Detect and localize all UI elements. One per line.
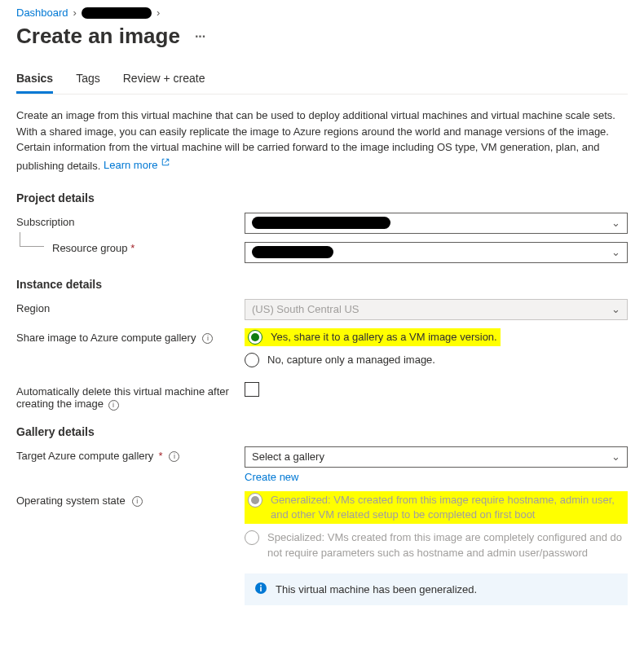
- target-gallery-label: Target Azure compute gallery: [16, 450, 153, 462]
- field-target-gallery: Target Azure compute gallery * i Select …: [16, 446, 628, 483]
- create-new-gallery-link[interactable]: Create new: [245, 471, 298, 483]
- radio-share-yes[interactable]: [248, 330, 262, 345]
- resource-group-value-redacted: [252, 246, 333, 258]
- info-icon: [254, 582, 267, 597]
- page-title-row: Create an image ···: [16, 24, 628, 49]
- required-indicator: *: [158, 450, 162, 462]
- radio-share-no-label: No, capture only a managed image.: [267, 353, 435, 367]
- section-instance-details: Instance details: [16, 278, 628, 291]
- info-banner-text: This virtual machine has been generalize…: [276, 583, 477, 595]
- subscription-value-redacted: [252, 217, 390, 229]
- share-gallery-label: Share image to Azure compute gallery: [16, 332, 196, 344]
- os-generalized-row: Generalized: VMs created from this image…: [245, 491, 628, 524]
- resource-group-label: Resource group: [52, 242, 128, 254]
- tree-connector-icon: [20, 232, 44, 247]
- radio-os-generalized-label: Generalized: VMs created from this image…: [271, 493, 624, 522]
- radio-share-no[interactable]: [245, 353, 259, 367]
- auto-delete-checkbox[interactable]: [245, 382, 259, 397]
- breadcrumb: Dashboard › ›: [16, 7, 628, 19]
- subscription-label: Subscription: [16, 213, 245, 228]
- region-value: (US) South Central US: [252, 303, 359, 315]
- chevron-right-icon: ›: [157, 7, 160, 19]
- info-icon[interactable]: i: [202, 333, 213, 344]
- field-os-state: Operating system state i Generalized: VM…: [16, 491, 628, 605]
- radio-os-specialized: [245, 530, 259, 545]
- svg-rect-1: [260, 587, 262, 591]
- subscription-dropdown[interactable]: ⌄: [245, 213, 628, 234]
- auto-delete-label: Automatically delete this virtual machin…: [16, 385, 229, 410]
- chevron-right-icon: ›: [73, 7, 77, 19]
- info-icon[interactable]: i: [169, 451, 179, 462]
- target-gallery-dropdown[interactable]: Select a gallery ⌄: [245, 446, 628, 468]
- field-subscription: Subscription ⌄: [16, 213, 628, 234]
- chevron-down-icon: ⌄: [611, 246, 620, 258]
- required-indicator: *: [130, 242, 135, 254]
- intro-text: Create an image from this virtual machin…: [16, 108, 628, 174]
- chevron-down-icon: ⌄: [611, 303, 620, 315]
- more-actions-button[interactable]: ···: [192, 28, 209, 46]
- field-auto-delete: Automatically delete this virtual machin…: [16, 382, 628, 411]
- region-dropdown: (US) South Central US ⌄: [245, 299, 628, 320]
- field-share-gallery: Share image to Azure compute gallery i Y…: [16, 328, 628, 374]
- tabs: Basics Tags Review + create: [16, 72, 628, 94]
- tab-review-create[interactable]: Review + create: [123, 72, 205, 94]
- field-resource-group: Resource group * ⌄: [16, 242, 628, 263]
- section-gallery-details: Gallery details: [16, 425, 628, 438]
- radio-share-yes-label: Yes, share it to a gallery as a VM image…: [271, 330, 497, 345]
- os-state-label: Operating system state: [16, 494, 126, 507]
- radio-os-generalized: [248, 493, 262, 508]
- field-region: Region (US) South Central US ⌄: [16, 299, 628, 320]
- share-no-row: No, capture only a managed image.: [245, 353, 628, 367]
- learn-more-label: Learn more: [104, 159, 157, 171]
- info-banner: This virtual machine has been generalize…: [245, 573, 628, 605]
- info-icon[interactable]: i: [132, 496, 143, 507]
- tab-tags[interactable]: Tags: [76, 72, 100, 94]
- svg-point-2: [260, 584, 262, 586]
- target-gallery-placeholder: Select a gallery: [252, 450, 324, 463]
- tab-basics[interactable]: Basics: [16, 72, 53, 94]
- section-project-details: Project details: [16, 191, 628, 204]
- radio-os-specialized-label: Specialized: VMs created from this image…: [267, 530, 628, 560]
- page-title: Create an image: [16, 24, 180, 49]
- external-link-icon: [161, 156, 170, 172]
- os-specialized-row: Specialized: VMs created from this image…: [245, 530, 628, 560]
- region-label: Region: [16, 299, 245, 314]
- breadcrumb-resource-redacted[interactable]: [82, 7, 152, 19]
- breadcrumb-dashboard[interactable]: Dashboard: [16, 7, 68, 19]
- info-icon[interactable]: i: [108, 400, 119, 411]
- share-yes-row: Yes, share it to a gallery as a VM image…: [245, 328, 501, 346]
- chevron-down-icon: ⌄: [611, 450, 620, 463]
- resource-group-dropdown[interactable]: ⌄: [245, 242, 628, 263]
- chevron-down-icon: ⌄: [611, 217, 620, 229]
- learn-more-link[interactable]: Learn more: [104, 159, 170, 171]
